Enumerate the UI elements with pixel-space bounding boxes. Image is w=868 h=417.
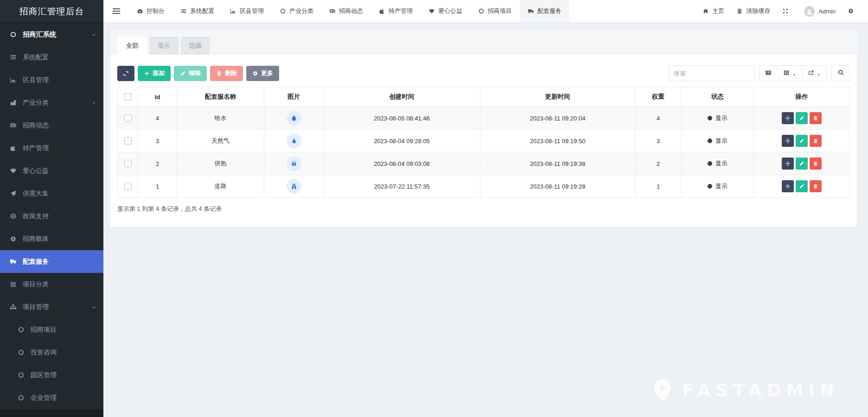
status-dot-icon — [708, 139, 712, 143]
sidebar-item[interactable]: 项目管理 — [0, 296, 103, 318]
row-checkbox[interactable] — [124, 160, 132, 167]
row-checkbox[interactable] — [124, 137, 132, 145]
nav-item[interactable]: 配套服务 — [520, 0, 569, 22]
button-label: 编辑 — [189, 69, 201, 77]
cogs-button[interactable] — [842, 0, 863, 22]
status-dot-icon — [708, 161, 712, 166]
status-badge[interactable]: 显示 — [708, 114, 728, 122]
select-all-checkbox[interactable] — [124, 93, 132, 101]
sidebar-item[interactable]: 招商项目 — [0, 318, 103, 341]
sidebar-item[interactable]: 特产管理 — [0, 137, 103, 159]
expand-button[interactable] — [776, 0, 798, 22]
newspaper-icon — [329, 8, 336, 14]
sidebar-brand[interactable]: 招商汇管理后台 — [0, 0, 103, 23]
nav-item[interactable]: 系统配置 — [172, 0, 222, 22]
search-button[interactable] — [831, 65, 850, 81]
sidebar-item[interactable]: 系统配置 — [0, 46, 103, 69]
sidebar-item[interactable]: 项目分类 — [0, 273, 103, 296]
circle-o-icon — [18, 349, 26, 356]
column-header: 更新时间 — [480, 87, 635, 107]
user-menu[interactable]: Admin — [798, 0, 842, 22]
sidebar-toggle-icon[interactable] — [103, 0, 129, 22]
app-title: 招商汇管理后台 — [19, 6, 84, 18]
sidebar-menu: 招商汇系统系统配置区县管理产业分类招商动态特产管理爱心公益供需大集政策支持招商载… — [0, 23, 103, 409]
tachometer-icon — [137, 8, 144, 14]
status-badge[interactable]: 显示 — [708, 182, 728, 190]
row-checkbox[interactable] — [124, 183, 132, 190]
edit-button[interactable] — [796, 112, 808, 124]
edit-button[interactable] — [796, 158, 808, 170]
nav-item[interactable]: 产业分类 — [272, 0, 321, 22]
delete-button[interactable]: 删除 — [210, 66, 243, 81]
nav-link[interactable]: 主页 — [696, 0, 730, 22]
search-input[interactable] — [669, 65, 755, 81]
nav-link[interactable]: 清除缓存 — [730, 0, 776, 22]
sidebar-item[interactable]: 政策支持 — [0, 205, 103, 227]
filter-tab[interactable]: 隐藏 — [181, 37, 210, 55]
cell-created: 2023-08-04 09:28:05 — [324, 130, 480, 152]
panel-body: 添加编辑删除更多 Id配套服名称图片创建时间更新时间权重状态操作 — [110, 55, 857, 227]
filter-tab[interactable]: 全部 — [118, 37, 147, 55]
filter-tab[interactable]: 显示 — [149, 37, 179, 55]
cell-id: 4 — [138, 107, 177, 130]
drag-button[interactable] — [782, 135, 794, 147]
sidebar-item[interactable]: 供需大集 — [0, 182, 103, 205]
road-icon[interactable] — [287, 179, 301, 194]
sidebar-item[interactable]: 招商汇系统 — [0, 23, 103, 46]
nav-item[interactable]: 招商动态 — [321, 0, 371, 22]
caret-down-icon — [792, 71, 796, 76]
drag-button[interactable] — [782, 112, 794, 124]
edit-button[interactable] — [796, 180, 808, 192]
drag-button[interactable] — [782, 158, 794, 170]
caret-down-icon — [817, 71, 821, 76]
th-icon — [783, 70, 790, 77]
nav-item[interactable]: 区县管理 — [222, 0, 272, 22]
refresh-button[interactable] — [117, 66, 134, 81]
drop-icon[interactable] — [287, 111, 301, 126]
row-checkbox[interactable] — [124, 114, 132, 122]
add-button[interactable]: 添加 — [138, 66, 171, 81]
nav-item[interactable]: 特产管理 — [371, 0, 421, 22]
columns-button[interactable] — [778, 65, 802, 81]
detail-view-button[interactable] — [759, 65, 778, 81]
delete-button[interactable] — [810, 180, 822, 192]
delete-button[interactable] — [810, 158, 822, 170]
sidebar-item[interactable]: 配套服务 — [0, 250, 103, 273]
apple-icon — [10, 145, 18, 152]
button-label: 更多 — [261, 69, 273, 77]
export-button[interactable] — [802, 65, 827, 81]
status-dot-icon — [708, 116, 712, 120]
home-icon — [702, 8, 709, 14]
sidebar-item[interactable]: 园区管理 — [0, 364, 103, 386]
bars-icon — [180, 8, 187, 14]
table-row: 2供热2023-08-04 09:03:082023-08-11 09:19:3… — [118, 152, 850, 175]
navbar-right: 主页清除缓存Admin — [696, 0, 868, 22]
status-badge[interactable]: 显示 — [708, 159, 728, 168]
edit-button[interactable]: 编辑 — [174, 66, 207, 81]
nav-item[interactable]: 招商项目 — [470, 0, 520, 22]
sidebar-item[interactable]: 招商动态 — [0, 114, 103, 137]
drag-button[interactable] — [782, 180, 794, 192]
nav-item-label: 招商动态 — [339, 7, 363, 15]
delete-button[interactable] — [810, 112, 822, 124]
radiator-icon[interactable] — [287, 156, 301, 171]
sidebar-item[interactable]: 企业管理 — [0, 386, 103, 409]
fastadmin-watermark: FASTADMIN — [651, 377, 839, 403]
flame-icon[interactable] — [287, 133, 301, 148]
status-badge[interactable]: 显示 — [708, 137, 728, 145]
sidebar-item[interactable]: 招商载体 — [0, 227, 103, 250]
sidebar-item[interactable]: 爱心公益 — [0, 159, 103, 182]
nav-item[interactable]: 爱心公益 — [421, 0, 470, 22]
sidebar-item[interactable]: 产业分类 — [0, 91, 103, 114]
delete-button[interactable] — [810, 135, 822, 147]
more-button[interactable]: 更多 — [246, 66, 279, 81]
heart-icon — [10, 167, 18, 174]
nav-item[interactable]: 控制台 — [129, 0, 172, 22]
column-header: 操作 — [754, 87, 850, 107]
sidebar-item[interactable]: 区县管理 — [0, 69, 103, 91]
edit-button[interactable] — [796, 135, 808, 147]
nav-item-label: 爱心公益 — [438, 7, 462, 15]
nav-item-label: 系统配置 — [190, 7, 214, 15]
sidebar-item[interactable]: 投资咨询 — [0, 341, 103, 364]
chevron-down-icon — [91, 304, 97, 310]
